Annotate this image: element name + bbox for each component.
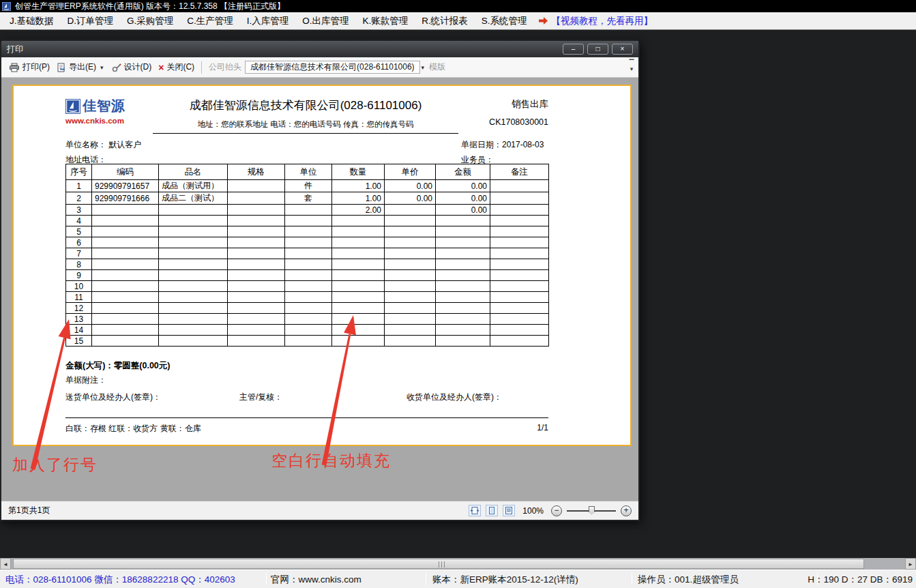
table-row: 11 <box>66 292 549 303</box>
table-cell <box>159 325 228 336</box>
table-cell: 0.00 <box>436 192 490 205</box>
table-cell <box>228 270 285 281</box>
whole-page-button[interactable] <box>486 505 498 516</box>
menu-item[interactable]: G.采购管理 <box>120 15 180 27</box>
table-cell: 0.00 <box>385 192 436 205</box>
table-cell <box>385 226 436 237</box>
company-logo: 佳智源 www.cnkis.com <box>65 97 153 134</box>
items-table: 序号编码品名规格单位数量单价金额备注 1929909791657成品（测试用）件… <box>65 164 549 347</box>
export-button-label: 导出(E) <box>69 61 96 73</box>
menu-item[interactable]: C.生产管理 <box>180 15 240 27</box>
close-button[interactable]: × 关闭(C) <box>155 60 198 74</box>
app-logo-icon <box>2 2 11 11</box>
table-cell <box>92 226 159 237</box>
table-cell: 929909791657 <box>92 180 159 192</box>
company-header-dropdown-icon[interactable]: ▾ <box>422 64 425 71</box>
zoom-slider-thumb[interactable] <box>589 506 595 515</box>
scrollbar-thumb[interactable] <box>13 559 864 569</box>
table-cell <box>332 292 385 303</box>
zoom-out-button[interactable]: − <box>551 505 562 516</box>
table-row: 7 <box>66 248 549 259</box>
table-cell <box>285 292 332 303</box>
table-cell <box>332 270 385 281</box>
table-cell <box>436 314 490 325</box>
table-cell <box>436 303 490 314</box>
zoom-slider[interactable] <box>567 510 616 512</box>
table-cell <box>285 216 332 226</box>
export-dropdown-icon[interactable]: ▾ <box>100 64 104 71</box>
receiver-signature-label: 收货单位及经办人(签章)： <box>407 392 502 403</box>
column-header: 品名 <box>159 164 228 180</box>
menu-item[interactable]: K.账款管理 <box>356 15 415 27</box>
minimize-button[interactable]: – <box>563 44 584 55</box>
maximize-button[interactable]: □ <box>587 44 608 55</box>
design-button[interactable]: 设计(D) <box>108 60 156 74</box>
logo-text: 佳智源 <box>83 97 125 115</box>
table-row: 12 <box>66 303 549 314</box>
zoom-in-button[interactable]: + <box>621 505 632 516</box>
menu-item[interactable]: O.出库管理 <box>295 15 355 27</box>
scroll-left-button[interactable]: ◄ <box>0 558 11 570</box>
toolbar-separator <box>201 61 202 74</box>
table-cell: 13 <box>66 314 92 325</box>
table-cell <box>159 303 228 314</box>
table-cell: 0.00 <box>436 205 490 216</box>
table-cell <box>490 226 549 237</box>
statusbar-account[interactable]: 账本：新ERP账本2015-12-12(详情) <box>432 574 578 586</box>
close-window-button[interactable]: × <box>612 44 633 55</box>
print-button[interactable]: 打印(P) <box>5 60 53 74</box>
print-toolbar: 打印(P) 导出(E) ▾ 设计(D) × <box>1 57 638 78</box>
table-row: 4 <box>66 216 549 226</box>
table-cell <box>92 237 159 248</box>
video-tutorial-link[interactable]: 【视频教程，先看再用】 <box>538 15 653 27</box>
company-header-select[interactable]: 成都佳智源信息技术有限公司(028-61101006) <box>245 61 420 74</box>
table-cell <box>285 248 332 259</box>
menu-item[interactable]: R.统计报表 <box>415 15 475 27</box>
table-cell <box>490 248 549 259</box>
table-cell: 2 <box>66 192 92 205</box>
table-cell <box>228 303 285 314</box>
table-cell: 成品二（测试） <box>159 192 228 205</box>
scrollbar-track[interactable] <box>11 558 905 570</box>
column-header: 序号 <box>66 164 92 180</box>
table-cell: 12 <box>66 303 92 314</box>
table-cell: 4 <box>66 216 92 226</box>
copies-legend: 白联：存根 红联：收货方 黄联：仓库 <box>65 423 201 435</box>
table-cell <box>228 237 285 248</box>
print-preview-area: 佳智源 www.cnkis.com 成都佳智源信息技术有限公司(028-6110… <box>1 78 638 501</box>
menu-item[interactable]: I.入库管理 <box>240 15 296 27</box>
table-cell <box>285 281 332 292</box>
menu-item[interactable]: S.系统管理 <box>475 15 534 27</box>
app-title: 创管生产管理ERP系统软件(通用版) 版本号：12.5.7.358 【注册码正式… <box>15 1 285 12</box>
table-cell <box>228 226 285 237</box>
table-cell <box>332 314 385 325</box>
statusbar-operator: 操作员：001.超级管理员 <box>638 574 739 586</box>
table-cell <box>228 192 285 205</box>
toolbar-overflow-button[interactable]: ▔▾ <box>627 60 636 74</box>
menu-item[interactable]: D.订单管理 <box>61 15 121 27</box>
printer-icon <box>9 63 20 72</box>
table-cell <box>385 281 436 292</box>
template-label: 模版 <box>426 60 449 74</box>
table-cell <box>436 226 490 237</box>
table-cell: 件 <box>285 180 332 192</box>
export-button[interactable]: 导出(E) ▾ <box>53 60 108 74</box>
table-cell <box>332 248 385 259</box>
table-cell <box>159 205 228 216</box>
fit-width-button[interactable] <box>469 505 481 516</box>
table-cell <box>92 270 159 281</box>
table-cell: 8 <box>66 259 92 270</box>
scroll-right-button[interactable]: ► <box>905 558 916 570</box>
menu-item[interactable]: J.基础数据 <box>3 15 61 27</box>
table-cell <box>490 303 549 314</box>
table-cell <box>385 314 436 325</box>
video-tutorial-label: 【视频教程，先看再用】 <box>552 15 653 27</box>
table-row: 9 <box>66 270 549 281</box>
table-cell <box>490 216 549 226</box>
table-row: 2929909791666成品二（测试）套1.000.000.00 <box>66 192 549 205</box>
company-header-label: 公司抬头 <box>205 60 245 74</box>
continuous-view-button[interactable] <box>503 505 515 516</box>
horizontal-scrollbar[interactable]: ◄ ► <box>0 558 916 570</box>
column-header: 编码 <box>92 164 159 180</box>
table-cell: 3 <box>66 205 92 216</box>
